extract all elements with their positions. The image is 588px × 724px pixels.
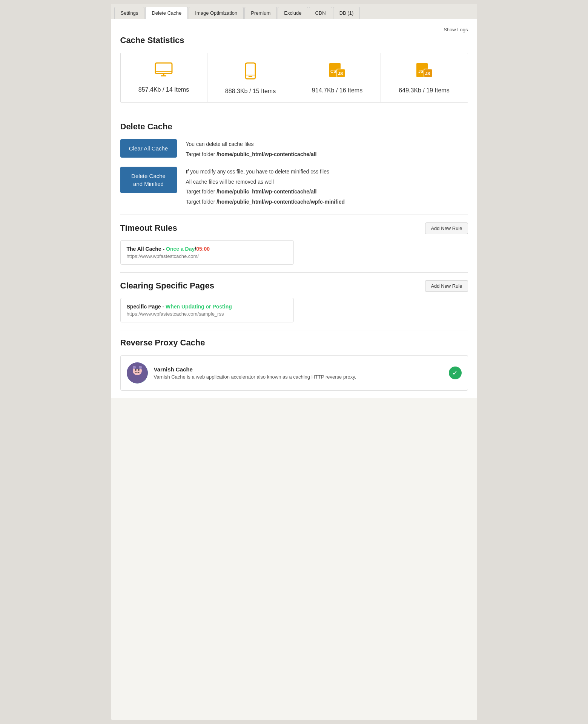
divider-1 (120, 114, 468, 114)
varnish-check-icon: ✓ (449, 367, 462, 379)
svg-point-17 (135, 369, 137, 371)
varnish-title: Varnish Cache (154, 366, 443, 373)
cache-stats-grid: 857.4Kb / 14 Items 888.3Kb / 15 Items (120, 53, 468, 103)
tab-bar: Settings Delete Cache Image Optimization… (111, 4, 477, 19)
svg-point-18 (138, 369, 140, 371)
css-icon: CSS JS (328, 62, 347, 83)
clearing-specific-title: Clearing Specific Pages (120, 281, 214, 291)
tab-settings[interactable]: Settings (114, 7, 145, 19)
timeout-rule-title: The All Cache - Once a Day/05:00 (127, 246, 287, 252)
tab-image-optimization[interactable]: Image Optimization (189, 7, 244, 19)
clearing-specific-add-rule-button[interactable]: Add New Rule (425, 280, 468, 292)
delete-cache-minified-row: Delete Cache and Minified If you modify … (120, 167, 468, 207)
svg-point-20 (133, 366, 136, 369)
stat-js: JS JS 649.3Kb / 19 Items (381, 53, 468, 102)
svg-text:JS: JS (418, 69, 423, 74)
timeout-add-rule-button[interactable]: Add New Rule (425, 222, 468, 234)
svg-point-21 (139, 366, 142, 369)
varnish-desc: Varnish Cache is a web application accel… (154, 374, 443, 380)
tab-db[interactable]: DB (1) (333, 7, 360, 19)
clearing-specific-section: Clearing Specific Pages Add New Rule Spe… (120, 280, 468, 322)
reverse-proxy-section: Reverse Proxy Cache (120, 338, 468, 391)
tab-premium[interactable]: Premium (244, 7, 277, 19)
varnish-card: Varnish Cache Varnish Cache is a web app… (120, 355, 468, 391)
stat-monitor: 857.4Kb / 14 Items (121, 53, 207, 102)
varnish-info: Varnish Cache Varnish Cache is a web app… (154, 366, 443, 380)
show-logs-link[interactable]: Show Logs (444, 27, 468, 32)
svg-text:JS: JS (425, 71, 430, 76)
clearing-specific-rule-url: https://www.wpfastestcache.com/sample_rs… (127, 311, 287, 317)
stat-css-label: 914.7Kb / 16 Items (312, 87, 362, 94)
tab-delete-cache[interactable]: Delete Cache (145, 7, 188, 19)
monitor-icon (155, 62, 173, 82)
stat-js-label: 649.3Kb / 19 Items (399, 87, 449, 94)
timeout-rules-section: Timeout Rules Add New Rule The All Cache… (120, 222, 468, 265)
divider-4 (120, 330, 468, 330)
timeout-rule-card: The All Cache - Once a Day/05:00 https:/… (120, 240, 294, 265)
svg-rect-0 (155, 63, 172, 74)
stat-css: CSS JS 914.7Kb / 16 Items (294, 53, 381, 102)
stat-phone-label: 888.3Kb / 15 Items (225, 88, 276, 95)
js-icon: JS JS (415, 62, 434, 83)
timeout-rule-url: https://www.wpfastestcache.com/ (127, 253, 287, 259)
clear-all-cache-button[interactable]: Clear All Cache (120, 139, 177, 158)
clear-all-cache-desc: You can delete all cache files Target fo… (186, 139, 317, 159)
clearing-specific-rule-title: Specific Page - When Updating or Posting (127, 304, 287, 310)
delete-cache-minified-desc: If you modify any css file, you have to … (186, 167, 345, 207)
varnish-avatar (127, 362, 148, 383)
svg-text:JS: JS (338, 71, 343, 76)
divider-3 (120, 272, 468, 273)
delete-cache-title: Delete Cache (120, 122, 468, 132)
clearing-specific-header: Clearing Specific Pages Add New Rule (120, 280, 468, 292)
page-content: Show Logs Cache Statistics 857.4Kb / 14 … (111, 19, 477, 398)
main-container: Settings Delete Cache Image Optimization… (111, 4, 477, 720)
show-logs-row: Show Logs (120, 27, 468, 32)
stat-monitor-label: 857.4Kb / 14 Items (138, 86, 189, 93)
delete-cache-section: Delete Cache Clear All Cache You can del… (120, 122, 468, 207)
phone-icon (245, 62, 256, 83)
tab-exclude[interactable]: Exclude (278, 7, 308, 19)
clear-all-cache-row: Clear All Cache You can delete all cache… (120, 139, 468, 159)
delete-cache-minified-button[interactable]: Delete Cache and Minified (120, 167, 177, 193)
cache-statistics-title: Cache Statistics (120, 35, 468, 45)
clearing-specific-rule-card: Specific Page - When Updating or Posting… (120, 298, 294, 322)
stat-phone: 888.3Kb / 15 Items (207, 53, 294, 102)
timeout-rules-title: Timeout Rules (120, 223, 177, 233)
divider-2 (120, 215, 468, 215)
timeout-rules-header: Timeout Rules Add New Rule (120, 222, 468, 234)
reverse-proxy-title: Reverse Proxy Cache (120, 338, 468, 348)
tab-cdn[interactable]: CDN (309, 7, 332, 19)
